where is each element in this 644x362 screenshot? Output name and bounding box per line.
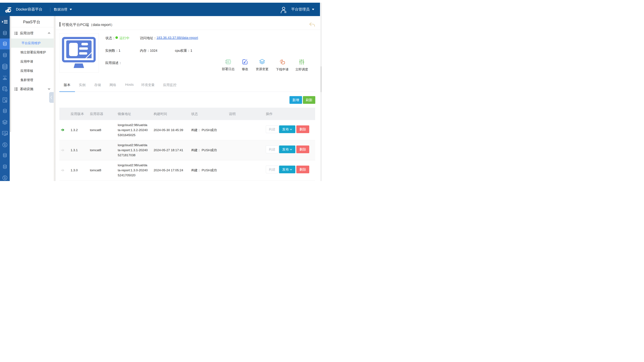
svg-text:DATA: DATA [3,75,7,77]
